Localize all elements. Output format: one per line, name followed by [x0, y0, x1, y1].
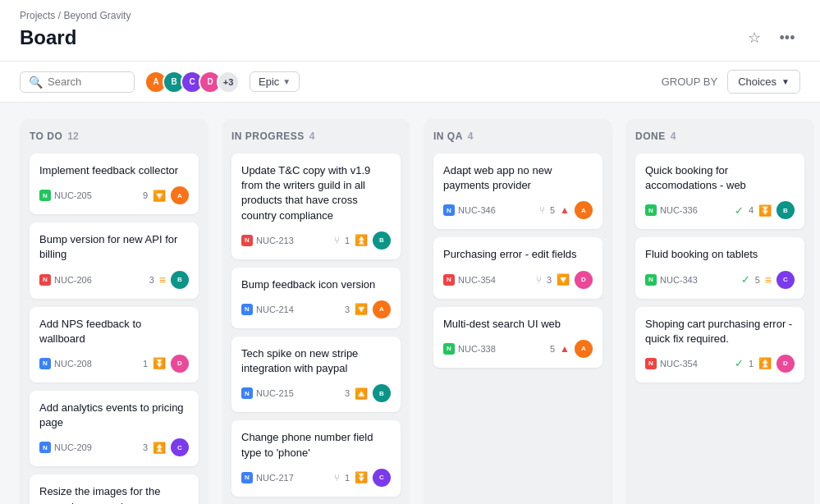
card[interactable]: Implement feedback collector N NUC-205 9… — [30, 153, 199, 214]
card-avatar: A — [575, 201, 593, 219]
card-meta: N NUC-354 ⑂ 3 🔽 D — [443, 271, 593, 289]
card[interactable]: Bump feedback icon version N NUC-214 3 🔽… — [231, 268, 401, 328]
card-type-icon: N — [39, 190, 51, 201]
card[interactable]: Multi-dest search UI web N NUC-338 5 ▲ A — [433, 307, 602, 368]
card-title: Bump feedback icon version — [241, 277, 391, 292]
card-count: 3 — [345, 388, 350, 398]
page-title: Board — [20, 26, 76, 49]
column-header: DONE 4 — [635, 131, 804, 142]
card[interactable]: Purchasing error - edit fields N NUC-354… — [433, 237, 602, 298]
card-type-icon: N — [645, 204, 657, 216]
card-avatar: D — [776, 355, 795, 373]
card-id: N NUC-338 — [443, 343, 496, 355]
card-id-text: NUC-354 — [660, 359, 698, 369]
card-count: 4 — [749, 205, 754, 215]
card-count: 3 — [547, 275, 552, 285]
epic-filter-button[interactable]: Epic ▼ — [250, 71, 300, 92]
card[interactable]: Add NPS feedback to wallboard N NUC-208 … — [30, 307, 199, 383]
card-id: N NUC-354 — [645, 358, 698, 369]
card-id-text: NUC-343 — [660, 275, 698, 285]
card-title: Bump version for new API for billing — [39, 232, 189, 262]
card[interactable]: Tech spike on new stripe integration wit… — [231, 337, 401, 412]
card-id-text: NUC-217 — [256, 473, 294, 483]
card-type-icon: N — [443, 343, 455, 355]
card-id-text: NUC-215 — [256, 388, 294, 398]
card-count: 1 — [143, 359, 148, 369]
card-type-icon: N — [39, 274, 51, 286]
card[interactable]: Quick booking for accomodations - web N … — [635, 153, 804, 229]
priority-icon: ⏫ — [355, 234, 368, 246]
card-title: Add NPS feedback to wallboard — [39, 317, 189, 346]
priority-icon: ⏬ — [758, 204, 772, 217]
card-type-icon: N — [443, 204, 455, 216]
card[interactable]: Adapt web app no new payments provider N… — [433, 153, 602, 229]
search-input[interactable] — [48, 76, 126, 88]
priority-icon: ≡ — [159, 273, 166, 286]
card-avatar: A — [373, 300, 391, 318]
card-title: Quick booking for accomodations - web — [645, 163, 795, 193]
priority-icon: ⏬ — [153, 357, 166, 369]
card-meta: N NUC-214 3 🔽 A — [241, 300, 391, 318]
avatar-extra-count[interactable]: +3 — [217, 71, 240, 94]
card-avatar: B — [373, 384, 391, 402]
card-id: N NUC-208 — [39, 358, 92, 369]
card-avatar: C — [171, 438, 189, 456]
column-inprogress: IN PROGRESS 4 Update T&C copy with v1.9 … — [222, 119, 410, 504]
star-button[interactable]: ☆ — [741, 25, 767, 51]
branch-icon: ⑂ — [536, 274, 542, 286]
card-title: Change phone number field type to 'phone… — [241, 430, 391, 460]
card[interactable]: Bump version for new API for billing N N… — [30, 222, 199, 298]
card-type-icon: N — [39, 358, 51, 369]
card-type-icon: N — [241, 235, 253, 246]
card-avatar: A — [171, 186, 189, 204]
group-by-label: GROUP BY — [662, 76, 717, 88]
card-title: Adapt web app no new payments provider — [443, 163, 593, 193]
card-meta: N NUC-346 ⑂ 5 ▲ A — [443, 201, 593, 219]
card[interactable]: Resize the images for the upcoming campa… — [30, 474, 199, 504]
card-type-icon: N — [241, 304, 253, 315]
card-avatar: C — [373, 469, 391, 487]
card-id: N NUC-217 — [241, 472, 294, 483]
priority-icon: ⏫ — [153, 442, 166, 454]
breadcrumb: Projects / Beyond Gravity — [20, 10, 800, 21]
card-count: 5 — [550, 344, 555, 354]
card-count: 3 — [149, 275, 154, 285]
choices-chevron-icon: ▼ — [781, 77, 790, 86]
check-icon: ✓ — [735, 204, 744, 217]
card[interactable]: Fluid booking on tablets N NUC-343 ✓ 5 ≡… — [635, 237, 804, 298]
card-type-icon: N — [443, 274, 455, 286]
card[interactable]: Change phone number field type to 'phone… — [231, 420, 401, 496]
column-done: DONE 4 Quick booking for accomodations -… — [625, 119, 814, 504]
card-meta: N NUC-206 3 ≡ B — [39, 271, 189, 289]
card-count: 5 — [550, 205, 555, 215]
column-count: 12 — [67, 131, 78, 142]
branch-icon: ⑂ — [334, 235, 340, 246]
card[interactable]: Add analytics events to pricing page N N… — [30, 391, 199, 466]
card-meta: N NUC-338 5 ▲ A — [443, 340, 593, 358]
card-title: Tech spike on new stripe integration wit… — [241, 346, 391, 376]
card-id: N NUC-214 — [241, 304, 294, 315]
card-meta: N NUC-354 ✓ 1 ⏫ D — [645, 355, 795, 373]
card-id-text: NUC-336 — [660, 205, 698, 215]
card-avatar: B — [171, 271, 189, 289]
card-count: 9 — [143, 190, 148, 200]
column-count: 4 — [468, 131, 474, 142]
column-title: TO DO — [30, 131, 62, 142]
card-id: N NUC-354 — [443, 274, 496, 286]
card-avatar: B — [373, 231, 391, 250]
card-id: N NUC-343 — [645, 274, 698, 286]
card-title: Add analytics events to pricing page — [39, 401, 189, 430]
card[interactable]: Shoping cart purchasing error - quick fi… — [635, 307, 804, 383]
card-type-icon: N — [241, 472, 253, 483]
choices-button[interactable]: Choices ▼ — [727, 70, 800, 94]
card-count: 1 — [345, 236, 350, 245]
column-inqa: IN QA 4 Adapt web app no new payments pr… — [424, 119, 612, 504]
card-id-text: NUC-205 — [54, 190, 92, 200]
search-box[interactable]: 🔍 — [20, 71, 135, 93]
card[interactable]: Update T&C copy with v1.9 from the write… — [231, 153, 401, 259]
more-options-button[interactable]: ••• — [774, 25, 800, 51]
card-id-text: NUC-214 — [256, 305, 294, 314]
priority-icon: ▲ — [560, 204, 570, 216]
priority-icon: 🔽 — [355, 303, 368, 315]
card-id-text: NUC-346 — [458, 205, 496, 215]
